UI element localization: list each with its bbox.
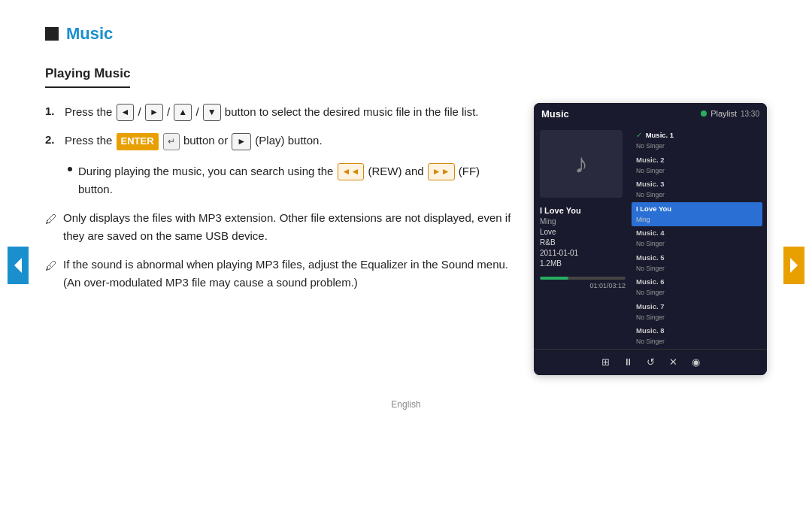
text-content: 1. Press the ◄ / ► / ▲ / ▼ button to sel… — [45, 103, 511, 303]
bullet-list: During playing the music, you can search… — [68, 162, 511, 199]
track-subgenre: R&B — [540, 238, 626, 248]
note-icon-1: 🖊 — [45, 210, 57, 229]
progress-bar-fill — [540, 277, 568, 280]
step-1-number: 1. — [45, 103, 59, 120]
section-title: Playing Music — [45, 64, 130, 88]
note-icon-2: 🖊 — [45, 256, 57, 276]
list-item: Music. 7 No Singer — [632, 300, 762, 325]
note-item-1: 🖊 Only displays the files with MP3 exten… — [45, 209, 511, 245]
ctrl-menu-btn[interactable]: ⊞ — [597, 354, 614, 371]
list-item: ✓ Music. 1 No Singer — [632, 129, 762, 153]
ff-btn: ►► — [428, 163, 455, 180]
music-icon — [45, 27, 59, 41]
track-genre: Love — [540, 227, 626, 238]
note-section: 🖊 Only displays the files with MP3 exten… — [45, 209, 511, 292]
footer-lang: English — [391, 399, 420, 410]
track-size: 1.2MB — [540, 259, 626, 269]
page-title: Music — [45, 21, 767, 46]
step-2-text: Press the ENTER ↵ button or ► (Play) but… — [65, 132, 323, 150]
note-2-text: If the sound is abnormal when playing MP… — [63, 256, 511, 292]
list-item: Music. 4 No Singer — [632, 226, 762, 251]
album-art: ♪ — [540, 130, 623, 198]
list-item: Music. 6 No Singer — [632, 275, 762, 300]
step-2: 2. Press the ENTER ↵ button or ► (Play) … — [45, 132, 511, 150]
list-item: Music. 3 No Singer — [632, 177, 762, 202]
play-btn: ► — [232, 133, 251, 150]
enter-btn: ENTER — [117, 133, 159, 150]
ctrl-pause-btn[interactable]: ⏸ — [620, 354, 636, 371]
up-arrow-btn: ▲ — [174, 104, 192, 121]
list-item-active: I Love You Ming — [632, 202, 762, 227]
note-1-text: Only displays the files with MP3 extensi… — [63, 209, 511, 245]
nav-next-arrow[interactable] — [783, 247, 804, 284]
player-title-text: Music — [541, 107, 569, 122]
playlist-list: ✓ Music. 1 No Singer Music. 2 No Singer … — [632, 129, 762, 349]
playlist-label: Playlist — [710, 108, 737, 120]
step-1-text: Press the ◄ / ► / ▲ / ▼ button to select… — [65, 103, 478, 122]
bullet-item-1: During playing the music, you can search… — [68, 162, 511, 199]
player-header: Music Playlist 13:30 — [534, 103, 767, 125]
check-icon: ✓ — [636, 131, 642, 139]
player-title-bar: Music — [541, 107, 569, 122]
list-item: Music. 2 No Singer — [632, 153, 762, 178]
svg-marker-0 — [14, 258, 22, 273]
enter-icon: ↵ — [163, 133, 180, 150]
progress-area: 01:01/03:12 — [540, 277, 626, 292]
down-arrow-btn: ▼ — [203, 104, 221, 121]
track-title: I Love You — [540, 205, 626, 217]
player-right: ✓ Music. 1 No Singer Music. 2 No Singer … — [632, 124, 767, 349]
svg-marker-1 — [790, 258, 798, 273]
ctrl-repeat-btn[interactable]: ↺ — [642, 354, 659, 371]
track-info: I Love You Ming Love R&B 2011-01-01 1.2M… — [540, 205, 626, 269]
nav-prev-arrow[interactable] — [8, 247, 29, 284]
bullet-dot — [68, 167, 72, 171]
track-artist: Ming — [540, 217, 626, 227]
progress-time: 01:01/03:12 — [540, 281, 626, 292]
bullet-text: During playing the music, you can search… — [78, 162, 511, 199]
player-left: ♪ I Love You Ming Love R&B 2011-01-01 1.… — [534, 124, 632, 349]
step-list: 1. Press the ◄ / ► / ▲ / ▼ button to sel… — [45, 103, 511, 150]
player-time: 13:30 — [741, 108, 759, 120]
right-arrow-btn: ► — [145, 104, 163, 121]
ctrl-shuffle-btn[interactable]: ✕ — [665, 354, 681, 371]
rew-btn: ◄◄ — [338, 163, 365, 180]
player-controls: ⊞ ⏸ ↺ ✕ ◉ — [534, 349, 767, 375]
music-note-icon: ♪ — [574, 144, 588, 184]
ctrl-extra-btn[interactable]: ◉ — [687, 354, 704, 371]
footer: English — [45, 398, 767, 411]
player-screenshot: Music Playlist 13:30 ♪ I Love You — [534, 103, 767, 375]
playlist-dot — [701, 111, 707, 117]
list-item: Music. 5 No Singer — [632, 251, 762, 276]
track-date: 2011-01-01 — [540, 248, 626, 259]
step-2-number: 2. — [45, 132, 59, 149]
left-arrow-btn: ◄ — [117, 104, 135, 121]
progress-bar-bg — [540, 277, 626, 280]
player-body: ♪ I Love You Ming Love R&B 2011-01-01 1.… — [534, 124, 767, 349]
note-item-2: 🖊 If the sound is abnormal when playing … — [45, 256, 511, 292]
list-item: Music. 8 No Singer — [632, 324, 762, 349]
step-1: 1. Press the ◄ / ► / ▲ / ▼ button to sel… — [45, 103, 511, 122]
